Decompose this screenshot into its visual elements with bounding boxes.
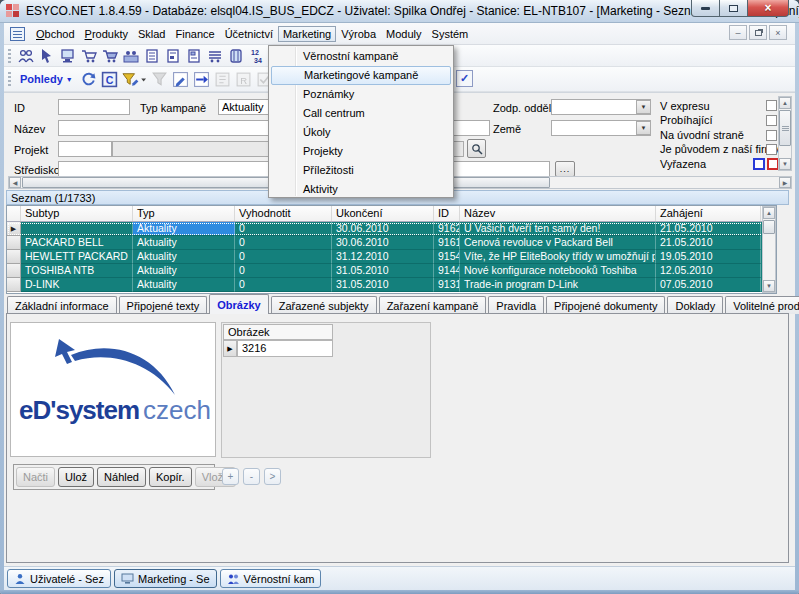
minimize-button[interactable]: [691, 0, 720, 17]
invoice-alt-icon[interactable]: [184, 46, 203, 65]
stredisko-browse-button[interactable]: ...: [555, 161, 575, 177]
tab-pripojene-dokumenty[interactable]: Připojené dokumenty: [546, 296, 665, 314]
image-preview-panel[interactable]: eD'systemczech: [10, 322, 216, 457]
contract-icon[interactable]: C: [100, 70, 119, 89]
col-vyhodnotit[interactable]: Vyhodnotit: [235, 206, 332, 221]
flag-vyrazena-checkbox-blue[interactable]: [753, 158, 765, 170]
col-ukonceni[interactable]: Ukončení: [332, 206, 434, 221]
flag-na-uvodni-checkbox[interactable]: [766, 130, 777, 141]
form-vscrollbar[interactable]: ▲ ▼: [778, 96, 792, 171]
scroll-thumb[interactable]: [763, 220, 775, 234]
workstation-icon[interactable]: [58, 46, 77, 65]
id-input[interactable]: [58, 99, 130, 115]
scroll-down-button[interactable]: ▼: [763, 280, 775, 292]
zeme-dropdown-arrow[interactable]: ▼: [636, 121, 651, 135]
tab-pripojene-texty[interactable]: Připojené texty: [119, 296, 208, 314]
scroll-up-button[interactable]: ▲: [763, 207, 775, 219]
menu-marketing[interactable]: Marketing: [278, 26, 336, 42]
close-button[interactable]: ×: [748, 0, 789, 17]
task-vernostni[interactable]: Věrnostní kam: [220, 569, 322, 588]
scroll-left-button[interactable]: ◀: [9, 177, 21, 188]
kopir-button[interactable]: Kopír.: [149, 467, 192, 487]
purchase-cart-icon[interactable]: [79, 46, 98, 65]
menu-item-prilezitosti[interactable]: Příležitosti: [269, 161, 453, 180]
table-row[interactable]: ▶ Aktuality 0 30.06.2010 9162 U Vašich d…: [7, 222, 776, 236]
pallet-icon[interactable]: [205, 46, 224, 65]
views-dropdown[interactable]: Pohledy ▼: [16, 71, 77, 87]
menu-vyroba[interactable]: Výroba: [336, 26, 381, 42]
task-marketing[interactable]: Marketing - Se: [114, 569, 217, 588]
col-nazev[interactable]: Název: [460, 206, 656, 221]
mdi-close-button[interactable]: ×: [769, 25, 787, 40]
save-view-icon[interactable]: R: [234, 70, 253, 89]
invoice-icon[interactable]: [163, 46, 182, 65]
mdi-restore-button[interactable]: [749, 25, 767, 40]
table-row[interactable]: PACKARD BELL Aktuality 0 30.06.2010 9161…: [7, 236, 776, 250]
scroll-up-button[interactable]: ▲: [779, 97, 791, 109]
import-icon[interactable]: [192, 70, 211, 89]
menu-obchod[interactable]: Obchod: [31, 26, 80, 42]
scroll-thumb[interactable]: [779, 110, 791, 146]
mdi-minimize-button[interactable]: –: [729, 25, 747, 40]
tab-zakladni-informace[interactable]: Základní informace: [7, 296, 117, 314]
tab-obrazky[interactable]: Obrázky: [209, 294, 268, 314]
menu-item-vernostni-kampane[interactable]: Věrnostní kampaně: [269, 47, 453, 66]
toolbar-grip[interactable]: [8, 72, 11, 86]
tab-zarazeni-kampane[interactable]: Zařazení kampaně: [379, 296, 487, 314]
flag-probihajici-checkbox[interactable]: [766, 115, 777, 126]
menu-item-call-centrum[interactable]: Call centrum: [269, 104, 453, 123]
filter-icon[interactable]: [121, 70, 148, 89]
table-row[interactable]: HEWLETT PACKARD Aktuality 0 31.12.2010 9…: [7, 250, 776, 264]
tab-volitelne-produkty[interactable]: Volitelné produkty: [725, 296, 799, 314]
sales-cart-icon[interactable]: [100, 46, 119, 65]
table-row[interactable]: TOSHIBA NTB Aktuality 0 31.05.2010 9144 …: [7, 264, 776, 278]
remove-image-button[interactable]: -: [243, 468, 260, 485]
menu-finance[interactable]: Finance: [171, 26, 220, 42]
col-zahajeni[interactable]: Zahájení: [656, 206, 761, 221]
edit-icon[interactable]: [171, 70, 190, 89]
col-subtyp[interactable]: Subtyp: [21, 206, 133, 221]
grid-vscrollbar[interactable]: ▲ ▼: [762, 206, 776, 293]
scroll-down-button[interactable]: ▼: [779, 158, 791, 170]
toolbar-grip[interactable]: [8, 49, 11, 63]
menu-system[interactable]: Systém: [427, 26, 474, 42]
container-icon[interactable]: [226, 46, 245, 65]
uloz-button[interactable]: Ulož: [58, 467, 94, 487]
notes-icon[interactable]: [142, 46, 161, 65]
visitors-icon[interactable]: [121, 46, 140, 65]
maximize-button[interactable]: [720, 0, 748, 17]
projekt-search-button[interactable]: [467, 139, 486, 158]
numbering-icon[interactable]: 1234: [247, 46, 266, 65]
add-image-button[interactable]: +: [222, 468, 239, 485]
menu-ucetnictvi[interactable]: Účetnictví: [220, 26, 278, 42]
table-row[interactable]: D-LINK Aktuality 0 31.05.2010 9131 Trade…: [7, 278, 776, 292]
menu-moduly[interactable]: Moduly: [381, 26, 426, 42]
contacts-icon[interactable]: [16, 46, 35, 65]
menu-produkty[interactable]: Produkty: [80, 26, 133, 42]
select-contact-icon[interactable]: [37, 46, 56, 65]
col-typ[interactable]: Typ: [133, 206, 235, 221]
refresh-icon[interactable]: [79, 70, 98, 89]
menu-item-marketingove-kampane[interactable]: Marketingové kampaně: [271, 66, 451, 85]
obrazek-column-header[interactable]: Obrázek: [223, 324, 333, 340]
menu-item-poznamky[interactable]: Poznámky: [269, 85, 453, 104]
mdi-document-icon[interactable]: [10, 27, 25, 41]
menu-item-ukoly[interactable]: Úkoly: [269, 123, 453, 142]
obrazek-id-cell[interactable]: 3216: [237, 340, 333, 357]
flag-puvodem-checkbox[interactable]: [766, 144, 777, 155]
zodp-dropdown-arrow[interactable]: ▼: [636, 100, 651, 114]
menu-sklad[interactable]: Sklad: [133, 26, 171, 42]
checked-box-icon[interactable]: ✓: [456, 70, 473, 87]
flag-v-expresu-checkbox[interactable]: [766, 100, 777, 111]
export-icon[interactable]: [213, 70, 232, 89]
col-id[interactable]: ID: [434, 206, 460, 221]
tab-zarazene-subjekty[interactable]: Zařazené subjekty: [271, 296, 377, 314]
tab-doklady[interactable]: Doklady: [667, 296, 723, 314]
menu-item-projekty[interactable]: Projekty: [269, 142, 453, 161]
tab-pravidla[interactable]: Pravidla: [488, 296, 544, 314]
projekt-input[interactable]: [58, 141, 112, 157]
filter-clear-icon[interactable]: [150, 70, 169, 89]
task-uzivatele[interactable]: Uživatelé - Sez: [7, 569, 111, 588]
next-image-button[interactable]: >: [264, 468, 281, 485]
scroll-right-button[interactable]: ▶: [779, 177, 791, 188]
